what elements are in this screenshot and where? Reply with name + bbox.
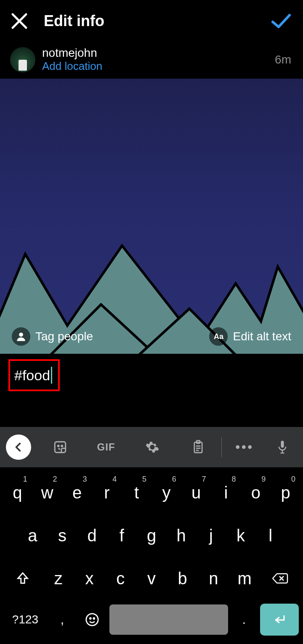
svg-rect-14 xyxy=(281,441,284,448)
gif-button[interactable]: GIF xyxy=(83,427,129,467)
header-bar: Edit info xyxy=(0,0,303,42)
enter-key[interactable] xyxy=(260,604,299,636)
page-title: Edit info xyxy=(44,12,269,30)
svg-point-8 xyxy=(61,445,63,447)
key-q[interactable]: q1 xyxy=(3,472,32,513)
key-j[interactable]: j xyxy=(197,515,225,556)
emoji-key[interactable] xyxy=(78,601,106,638)
tag-people-button[interactable]: Tag people xyxy=(12,327,93,346)
key-c[interactable]: c xyxy=(106,558,135,599)
comma-key[interactable]: , xyxy=(50,601,75,638)
keyboard-row-4: ?123 , . xyxy=(3,601,300,638)
caption-highlight-box: #food xyxy=(8,359,60,391)
svg-point-19 xyxy=(86,614,98,625)
key-e[interactable]: e3 xyxy=(63,472,91,513)
key-b[interactable]: b xyxy=(168,558,197,599)
keyboard-toolbar: GIF ••• xyxy=(0,427,303,467)
alt-text-icon: Aa xyxy=(209,327,228,346)
shift-key[interactable] xyxy=(3,558,42,599)
key-d[interactable]: d xyxy=(78,515,106,556)
key-v[interactable]: v xyxy=(137,558,166,599)
key-o[interactable]: o9 xyxy=(242,472,270,513)
caption-input[interactable]: #food xyxy=(14,367,50,384)
key-m[interactable]: m xyxy=(230,558,259,599)
svg-rect-6 xyxy=(55,442,66,453)
more-icon[interactable]: ••• xyxy=(222,427,268,467)
key-y[interactable]: y6 xyxy=(152,472,181,513)
key-r[interactable]: r4 xyxy=(93,472,121,513)
key-h[interactable]: h xyxy=(167,515,195,556)
symbols-key[interactable]: ?123 xyxy=(4,601,46,638)
settings-icon[interactable] xyxy=(129,427,175,467)
svg-point-7 xyxy=(58,445,59,447)
key-g[interactable]: g xyxy=(138,515,166,556)
key-p[interactable]: p0 xyxy=(271,472,300,513)
key-w[interactable]: w2 xyxy=(33,472,61,513)
text-cursor xyxy=(51,367,52,384)
key-x[interactable]: x xyxy=(75,558,104,599)
key-u[interactable]: u7 xyxy=(182,472,210,513)
user-text-block: notmejohn Add location xyxy=(42,46,275,73)
keyboard-rows: q1w2e3r4t5y6u7i8o9p0 asdfghjkl zxcvbnm ?… xyxy=(0,467,303,644)
edit-alt-text-button[interactable]: Aa Edit alt text xyxy=(209,327,291,346)
mic-icon[interactable] xyxy=(268,427,297,467)
avatar[interactable] xyxy=(10,47,35,72)
collapse-toolbar-button[interactable] xyxy=(6,435,31,460)
key-t[interactable]: t5 xyxy=(122,472,151,513)
key-l[interactable]: l xyxy=(256,515,284,556)
username-label: notmejohn xyxy=(42,46,275,60)
key-k[interactable]: k xyxy=(227,515,255,556)
sticker-icon[interactable] xyxy=(37,427,83,467)
svg-point-5 xyxy=(19,333,23,337)
person-icon xyxy=(12,327,30,346)
key-i[interactable]: i8 xyxy=(212,472,240,513)
keyboard-row-1: q1w2e3r4t5y6u7i8o9p0 xyxy=(3,472,300,513)
time-label: 6m xyxy=(275,53,293,66)
edit-alt-text-label: Edit alt text xyxy=(233,330,291,343)
confirm-icon[interactable] xyxy=(269,9,293,33)
clipboard-icon[interactable] xyxy=(175,427,221,467)
add-location-link[interactable]: Add location xyxy=(42,60,275,73)
virtual-keyboard: GIF ••• q1w2e3r4t5y6u7i8o9p0 asdfghjkl z… xyxy=(0,427,303,644)
space-key[interactable] xyxy=(109,604,228,635)
post-image[interactable]: Tag people Aa Edit alt text xyxy=(0,79,303,354)
tag-people-label: Tag people xyxy=(35,330,93,343)
svg-point-21 xyxy=(93,618,95,619)
period-key[interactable]: . xyxy=(231,601,257,638)
keyboard-row-3: zxcvbnm xyxy=(3,558,300,599)
close-icon[interactable] xyxy=(10,12,29,30)
backspace-key[interactable] xyxy=(261,558,300,599)
key-n[interactable]: n xyxy=(199,558,229,599)
key-z[interactable]: z xyxy=(44,558,73,599)
user-row: notmejohn Add location 6m xyxy=(0,42,303,79)
key-s[interactable]: s xyxy=(48,515,77,556)
key-a[interactable]: a xyxy=(19,515,47,556)
key-f[interactable]: f xyxy=(108,515,136,556)
svg-point-20 xyxy=(90,618,91,619)
keyboard-row-2: asdfghjkl xyxy=(3,515,300,556)
caption-area[interactable]: #food xyxy=(0,354,303,405)
